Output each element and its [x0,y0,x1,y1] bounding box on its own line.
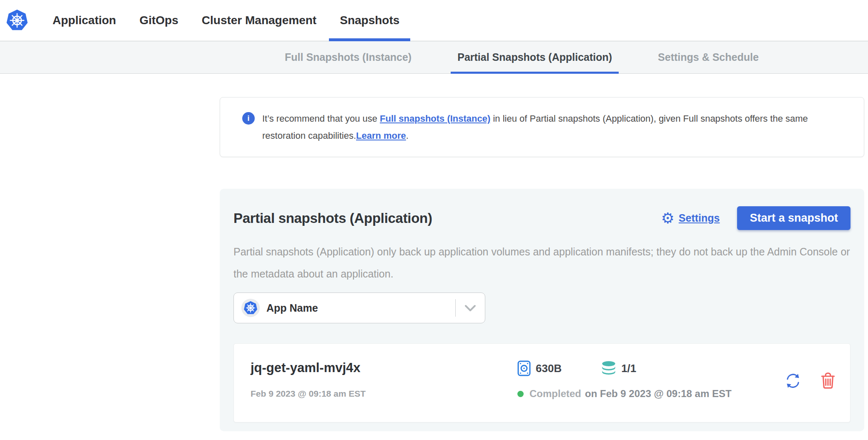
restore-icon [784,372,802,390]
start-snapshot-button[interactable]: Start a snapshot [737,206,850,230]
info-icon: i [242,112,255,125]
chevron-down-icon[interactable] [456,305,485,312]
nav-item-snapshots[interactable]: Snapshots [340,0,399,41]
nav-item-application[interactable]: Application [53,0,116,41]
gear-icon: ⚙ [661,211,675,226]
app-header: Application GitOps Cluster Management Sn… [0,0,868,41]
partial-snapshots-panel: Partial snapshots (Application) ⚙ Settin… [220,189,864,431]
tab-full-snapshots[interactable]: Full Snapshots (Instance) [285,41,411,73]
snapshot-volumes-label: 1/1 [621,362,636,375]
primary-nav: Application GitOps Cluster Management Sn… [53,0,399,41]
snapshot-actions [784,372,836,390]
selected-app-name: App Name [266,302,318,314]
page-title: Partial snapshots (Application) [233,210,432,226]
nav-item-gitops[interactable]: GitOps [139,0,178,41]
snapshot-size-label: 630B [536,362,562,375]
status-dot-icon [517,391,524,397]
kubernetes-logo-icon [6,9,28,32]
snapshot-created-at: Feb 9 2023 @ 09:18 am EST [251,389,517,399]
status-timestamp: on Feb 9 2023 @ 09:18 am EST [585,388,732,400]
kubernetes-logo [0,0,28,41]
status-label: Completed [529,388,581,400]
snapshot-status: Completed on Feb 9 2023 @ 09:18 am EST [517,388,732,400]
banner-text-after: . [406,130,409,141]
recommendation-banner: i It’s recommend that you use Full snaps… [220,97,864,157]
learn-more-link[interactable]: Learn more [356,130,406,141]
panel-actions: ⚙ Settings Start a snapshot [661,206,850,230]
snapshot-size: 630B [517,360,562,376]
snapshot-info: jq-get-yaml-mvj4x Feb 9 2023 @ 09:18 am … [251,360,517,399]
disk-icon [517,360,531,376]
app-name-dropdown[interactable]: App Name [233,292,485,323]
settings-link[interactable]: ⚙ Settings [661,211,720,226]
database-icon [601,360,616,376]
nav-item-cluster-management[interactable]: Cluster Management [202,0,316,41]
snapshot-row: jq-get-yaml-mvj4x Feb 9 2023 @ 09:18 am … [233,343,850,422]
snapshot-name: jq-get-yaml-mvj4x [251,360,517,375]
snapshots-subnav: Full Snapshots (Instance) Partial Snapsh… [0,41,868,74]
trash-icon [820,372,836,390]
full-snapshots-link[interactable]: Full snapshots (Instance) [380,113,490,124]
restore-snapshot-button[interactable] [784,372,802,390]
tab-settings-schedule[interactable]: Settings & Schedule [658,41,759,73]
settings-link-label: Settings [679,212,720,224]
snapshot-volumes: 1/1 [601,360,636,376]
app-kubernetes-icon [243,301,258,315]
panel-description: Partial snapshots (Application) only bac… [233,241,850,285]
app-badge [241,299,260,317]
delete-snapshot-button[interactable] [820,372,836,390]
tab-partial-snapshots[interactable]: Partial Snapshots (Application) [457,41,612,73]
snapshot-metrics: 630B 1/1 Completed on Feb 9 2023 @ 09:18… [517,360,732,400]
panel-header: Partial snapshots (Application) ⚙ Settin… [233,206,850,230]
banner-text: It’s recommend that you use Full snapsho… [262,110,843,144]
banner-text-before: It’s recommend that you use [262,113,380,124]
